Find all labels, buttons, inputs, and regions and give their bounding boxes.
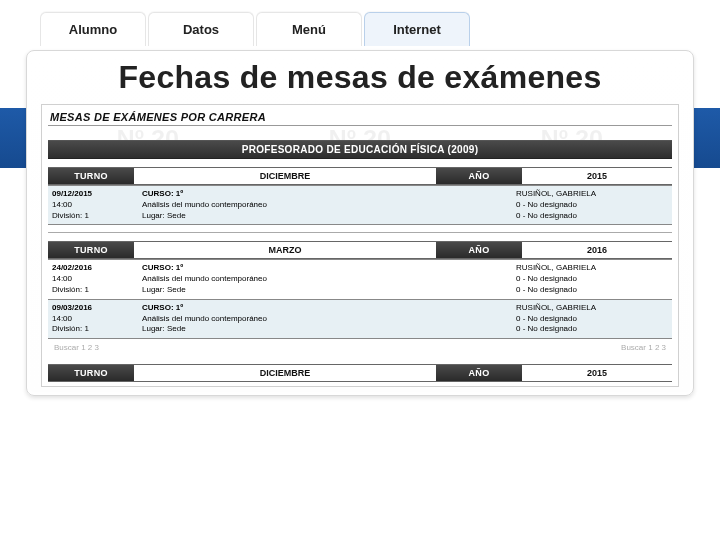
- teacher-aux: 0 - No designado: [516, 324, 668, 335]
- division: División: 1: [52, 211, 134, 222]
- date: 09/03/2016: [52, 303, 134, 314]
- hdr-year-label: AÑO: [436, 242, 522, 258]
- program-band: PROFESORADO DE EDUCACIÓN FÍSICA (2009): [48, 140, 672, 159]
- teacher-aux: 0 - No designado: [516, 285, 668, 296]
- slide: Alumno Datos Menú Internet Fechas de mes…: [0, 0, 720, 406]
- location: Lugar: Sede: [142, 211, 508, 222]
- content-sheet: Fechas de mesas de exámenes Nº 20 Nº 20 …: [26, 50, 694, 396]
- subject: Análisis del mundo contemporáneo: [142, 200, 508, 211]
- date: 09/12/2015: [52, 189, 134, 200]
- time: 14:00: [52, 200, 134, 211]
- cell-teachers: RUSIÑOL, GABRIELA 0 - No designado 0 - N…: [512, 186, 672, 224]
- cell-course: CURSO: 1º Análisis del mundo contemporán…: [138, 186, 512, 224]
- cell-date: 09/12/2015 14:00 División: 1: [48, 186, 138, 224]
- exam-row: 09/12/2015 14:00 División: 1 CURSO: 1º A…: [48, 185, 672, 225]
- page-title: Fechas de mesas de exámenes: [41, 57, 679, 100]
- teacher-aux: 0 - No designado: [516, 211, 668, 222]
- location: Lugar: Sede: [142, 285, 508, 296]
- column-header: TURNO MARZO AÑO 2016: [48, 241, 672, 259]
- tab-datos[interactable]: Datos: [148, 12, 254, 46]
- time: 14:00: [52, 274, 134, 285]
- pager-right[interactable]: Buscar 1 2 3: [621, 343, 666, 352]
- hdr-turno: TURNO: [48, 365, 134, 381]
- tab-internet[interactable]: Internet: [364, 12, 470, 46]
- date: 24/02/2016: [52, 263, 134, 274]
- column-header: TURNO DICIEMBRE AÑO 2015: [48, 167, 672, 185]
- hdr-turno: TURNO: [48, 242, 134, 258]
- tab-menu[interactable]: Menú: [256, 12, 362, 46]
- course: CURSO: 1º: [142, 263, 508, 274]
- division: División: 1: [52, 285, 134, 296]
- time: 14:00: [52, 314, 134, 325]
- cell-date: 24/02/2016 14:00 División: 1: [48, 260, 138, 298]
- cell-course: CURSO: 1º Análisis del mundo contemporán…: [138, 260, 512, 298]
- hdr-month: MARZO: [134, 242, 436, 258]
- row-separator: [48, 225, 672, 233]
- exam-row: 24/02/2016 14:00 División: 1 CURSO: 1º A…: [48, 259, 672, 298]
- hdr-year: 2016: [522, 242, 672, 258]
- division: División: 1: [52, 324, 134, 335]
- teacher-aux: 0 - No designado: [516, 274, 668, 285]
- cell-date: 09/03/2016 14:00 División: 1: [48, 300, 138, 338]
- subject: Análisis del mundo contemporáneo: [142, 314, 508, 325]
- teacher-aux: 0 - No designado: [516, 200, 668, 211]
- hdr-turno: TURNO: [48, 168, 134, 184]
- subject: Análisis del mundo contemporáneo: [142, 274, 508, 285]
- hdr-year: 2015: [522, 365, 672, 381]
- hdr-year-label: AÑO: [436, 168, 522, 184]
- teacher-main: RUSIÑOL, GABRIELA: [516, 303, 668, 314]
- column-header: TURNO DICIEMBRE AÑO 2015: [48, 364, 672, 382]
- tab-bar: Alumno Datos Menú Internet: [10, 12, 710, 50]
- hdr-year-label: AÑO: [436, 365, 522, 381]
- pager-left[interactable]: Buscar 1 2 3: [54, 343, 99, 352]
- location: Lugar: Sede: [142, 324, 508, 335]
- report-panel: Nº 20 Nº 20 Nº 20 MESAS DE EXÁMENES POR …: [41, 104, 679, 387]
- cell-teachers: RUSIÑOL, GABRIELA 0 - No designado 0 - N…: [512, 260, 672, 298]
- section-title: MESAS DE EXÁMENES POR CARRERA: [48, 109, 672, 126]
- teacher-main: RUSIÑOL, GABRIELA: [516, 189, 668, 200]
- hdr-month: DICIEMBRE: [134, 168, 436, 184]
- pager-row: Buscar 1 2 3 Buscar 1 2 3: [48, 339, 672, 356]
- hdr-year: 2015: [522, 168, 672, 184]
- course: CURSO: 1º: [142, 189, 508, 200]
- tab-alumno[interactable]: Alumno: [40, 12, 146, 46]
- cell-teachers: RUSIÑOL, GABRIELA 0 - No designado 0 - N…: [512, 300, 672, 338]
- cell-course: CURSO: 1º Análisis del mundo contemporán…: [138, 300, 512, 338]
- course: CURSO: 1º: [142, 303, 508, 314]
- exam-row: 09/03/2016 14:00 División: 1 CURSO: 1º A…: [48, 299, 672, 339]
- teacher-aux: 0 - No designado: [516, 314, 668, 325]
- hdr-month: DICIEMBRE: [134, 365, 436, 381]
- teacher-main: RUSIÑOL, GABRIELA: [516, 263, 668, 274]
